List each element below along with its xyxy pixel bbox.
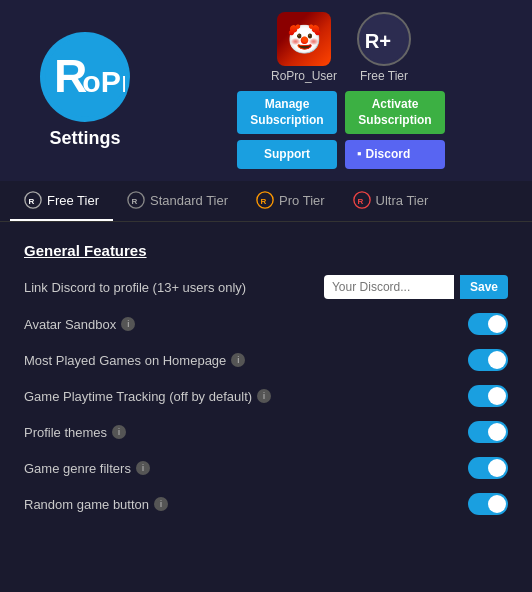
support-label: Support — [264, 147, 310, 161]
tabs-bar: R Free Tier R Standard Tier R Pro Tier R… — [0, 181, 532, 222]
profile-themes-label: Profile themes i — [24, 425, 126, 440]
feature-row-playtime: Game Playtime Tracking (off by default) … — [24, 385, 508, 407]
manage-activate-row: Manage Subscription Activate Subscriptio… — [170, 91, 512, 134]
genre-filters-toggle[interactable] — [468, 457, 508, 479]
user-card-ropro: R+ Free Tier — [357, 12, 411, 83]
svg-text:R+: R+ — [365, 30, 391, 52]
ultra-tier-icon: R — [353, 191, 371, 209]
discord-button[interactable]: ▪ Discord — [345, 140, 445, 169]
settings-label: Settings — [49, 128, 120, 149]
settings-content: General Features Link Discord to profile… — [0, 222, 532, 549]
right-panel: 🤡 RoPro_User R+ Free Tier Manage Subscri… — [170, 12, 512, 169]
free-tier-label: Free Tier — [47, 193, 99, 208]
standard-tier-label: Standard Tier — [150, 193, 228, 208]
activate-subscription-button[interactable]: Activate Subscription — [345, 91, 445, 134]
playtime-label: Game Playtime Tracking (off by default) … — [24, 389, 271, 404]
ultra-tier-label: Ultra Tier — [376, 193, 429, 208]
feature-row-profile-themes: Profile themes i — [24, 421, 508, 443]
tab-free-tier[interactable]: R Free Tier — [10, 181, 113, 221]
ropro-logo: R oPro — [40, 32, 130, 122]
tab-pro-tier[interactable]: R Pro Tier — [242, 181, 339, 221]
most-played-info-icon[interactable]: i — [231, 353, 245, 367]
playtime-toggle[interactable] — [468, 385, 508, 407]
svg-text:R: R — [261, 197, 267, 206]
user-name: RoPro_User — [271, 69, 337, 83]
user-row: 🤡 RoPro_User R+ Free Tier — [271, 12, 411, 83]
genre-filters-label: Game genre filters i — [24, 461, 150, 476]
avatar-ropro: R+ — [357, 12, 411, 66]
feature-row-genre-filters: Game genre filters i — [24, 457, 508, 479]
svg-text:R: R — [29, 197, 35, 206]
playtime-info-icon[interactable]: i — [257, 389, 271, 403]
tab-standard-tier[interactable]: R Standard Tier — [113, 181, 242, 221]
svg-text:R: R — [132, 197, 138, 206]
save-discord-button[interactable]: Save — [460, 275, 508, 299]
profile-themes-toggle[interactable] — [468, 421, 508, 443]
discord-feature-label: Link Discord to profile (13+ users only) — [24, 280, 246, 295]
avatar-clown: 🤡 — [277, 12, 331, 66]
pro-tier-label: Pro Tier — [279, 193, 325, 208]
discord-icon: ▪ — [357, 146, 362, 163]
most-played-label: Most Played Games on Homepage i — [24, 353, 245, 368]
feature-row-random-game: Random game button i — [24, 493, 508, 515]
feature-row-avatar-sandbox: Avatar Sandbox i — [24, 313, 508, 335]
avatar-sandbox-label: Avatar Sandbox i — [24, 317, 135, 332]
svg-text:oPro: oPro — [82, 65, 125, 98]
most-played-toggle[interactable] — [468, 349, 508, 371]
clown-image: 🤡 — [277, 12, 331, 66]
free-tier-icon: R — [24, 191, 42, 209]
user-card-clown: 🤡 RoPro_User — [271, 12, 337, 83]
tier-label: Free Tier — [360, 69, 408, 83]
random-game-info-icon[interactable]: i — [154, 497, 168, 511]
discord-input[interactable] — [324, 275, 454, 299]
feature-row-most-played: Most Played Games on Homepage i — [24, 349, 508, 371]
avatar-sandbox-info-icon[interactable]: i — [121, 317, 135, 331]
discord-input-row: Save — [324, 275, 508, 299]
feature-row-discord: Link Discord to profile (13+ users only)… — [24, 275, 508, 299]
tab-ultra-tier[interactable]: R Ultra Tier — [339, 181, 443, 221]
header: R oPro Settings 🤡 RoPro_User R+ — [0, 0, 532, 181]
support-discord-row: Support ▪ Discord — [170, 140, 512, 169]
standard-tier-icon: R — [127, 191, 145, 209]
genre-filters-info-icon[interactable]: i — [136, 461, 150, 475]
random-game-label: Random game button i — [24, 497, 168, 512]
svg-text:R: R — [357, 197, 363, 206]
logo-area: R oPro Settings — [20, 32, 150, 149]
manage-subscription-button[interactable]: Manage Subscription — [237, 91, 337, 134]
profile-themes-info-icon[interactable]: i — [112, 425, 126, 439]
support-button[interactable]: Support — [237, 140, 337, 169]
discord-label: Discord — [366, 147, 411, 163]
random-game-toggle[interactable] — [468, 493, 508, 515]
general-features-title: General Features — [24, 242, 508, 259]
avatar-sandbox-toggle[interactable] — [468, 313, 508, 335]
pro-tier-icon: R — [256, 191, 274, 209]
